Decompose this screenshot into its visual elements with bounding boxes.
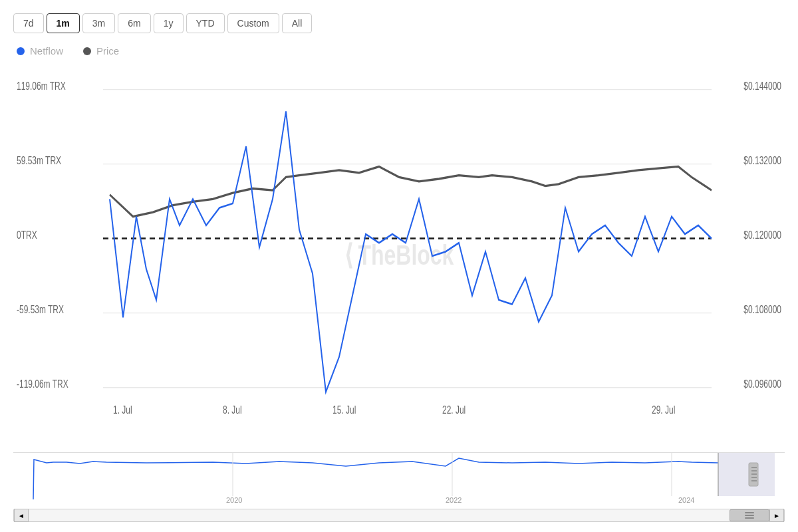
btn-custom[interactable]: Custom — [227, 13, 279, 33]
chart-legend: Netflow Price — [13, 45, 785, 57]
mini-chart-svg: 2020 2022 2024 — [13, 453, 785, 506]
btn-7d[interactable]: 7d — [13, 13, 44, 33]
btn-1m[interactable]: 1m — [47, 13, 80, 33]
svg-text:-59.53m TRX: -59.53m TRX — [17, 303, 65, 315]
svg-text:$0.144000: $0.144000 — [743, 80, 781, 92]
svg-text:8. Jul: 8. Jul — [223, 404, 242, 416]
price-dot — [83, 47, 91, 55]
netflow-label: Netflow — [30, 45, 63, 57]
svg-text:$0.108000: $0.108000 — [743, 303, 781, 315]
svg-text:$0.096000: $0.096000 — [743, 378, 781, 390]
scroll-thumb[interactable] — [730, 509, 769, 521]
main-chart: 119.06m TRX 59.53m TRX 0TRX -59.53m TRX … — [13, 63, 785, 449]
netflow-dot — [17, 47, 25, 55]
svg-text:$0.132000: $0.132000 — [743, 154, 781, 166]
svg-text:$0.120000: $0.120000 — [743, 229, 781, 241]
svg-text:-119.06m TRX: -119.06m TRX — [17, 378, 68, 390]
time-range-buttons: 7d 1m 3m 6m 1y YTD Custom All — [13, 13, 785, 33]
svg-text:2022: 2022 — [446, 496, 462, 504]
main-container: 7d 1m 3m 6m 1y YTD Custom All Netflow Pr… — [0, 0, 798, 532]
svg-text:1. Jul: 1. Jul — [113, 404, 132, 416]
mini-chart: 2020 2022 2024 ◄ — [13, 452, 785, 525]
legend-netflow: Netflow — [17, 45, 63, 57]
svg-rect-22 — [13, 453, 785, 506]
legend-price: Price — [83, 45, 119, 57]
svg-text:119.06m TRX: 119.06m TRX — [17, 80, 66, 92]
btn-all[interactable]: All — [282, 13, 313, 33]
btn-ytd[interactable]: YTD — [186, 13, 225, 33]
chart-area: 119.06m TRX 59.53m TRX 0TRX -59.53m TRX … — [13, 63, 785, 525]
price-label: Price — [96, 45, 119, 57]
scroll-right-button[interactable]: ► — [769, 509, 784, 522]
svg-text:2020: 2020 — [226, 496, 242, 504]
svg-text:15. Jul: 15. Jul — [332, 404, 356, 416]
svg-text:29. Jul: 29. Jul — [652, 404, 675, 416]
scrollbar[interactable]: ◄ ► — [13, 509, 785, 522]
main-chart-svg: 119.06m TRX 59.53m TRX 0TRX -59.53m TRX … — [13, 63, 785, 449]
scroll-left-button[interactable]: ◄ — [14, 509, 29, 522]
scroll-track[interactable] — [29, 509, 769, 521]
svg-text:59.53m TRX: 59.53m TRX — [17, 154, 62, 166]
svg-text:0TRX: 0TRX — [17, 229, 37, 241]
btn-3m[interactable]: 3m — [82, 13, 115, 33]
chart-svg-wrapper: 119.06m TRX 59.53m TRX 0TRX -59.53m TRX … — [13, 63, 785, 449]
btn-6m[interactable]: 6m — [118, 13, 150, 33]
svg-rect-29 — [718, 453, 775, 496]
svg-text:22. Jul: 22. Jul — [442, 404, 466, 416]
btn-1y[interactable]: 1y — [154, 13, 184, 33]
scroll-grip — [745, 511, 754, 519]
svg-text:2024: 2024 — [678, 496, 694, 504]
